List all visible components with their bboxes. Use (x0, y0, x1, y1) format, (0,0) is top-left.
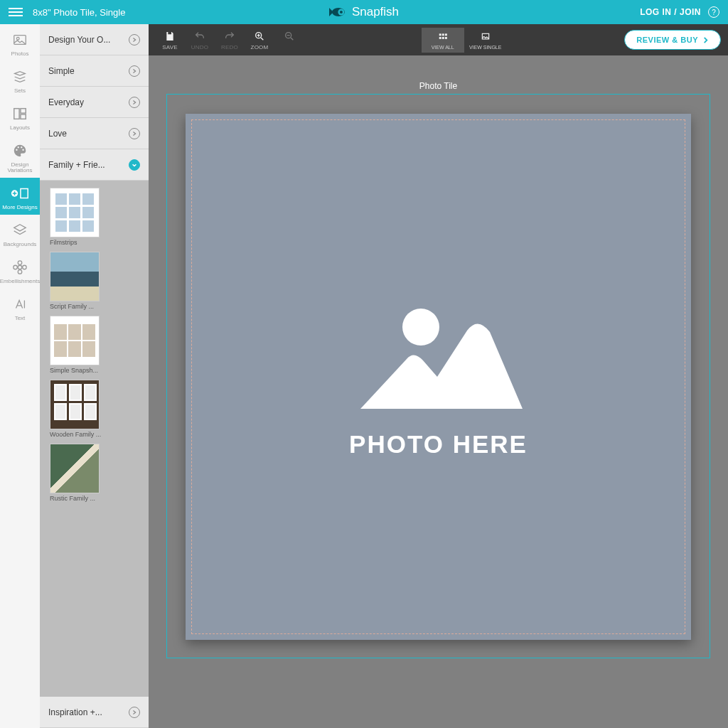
design-item-rustic-family[interactable]: Rustic Family ... (50, 444, 139, 502)
toolbar-label: SAVE (162, 44, 178, 50)
category-label: Family + Frie... (48, 160, 105, 170)
svg-point-4 (16, 37, 19, 40)
svg-rect-7 (21, 114, 26, 119)
design-item-filmstrips[interactable]: Filmstrips (50, 188, 139, 246)
photo-placeholder[interactable]: PHOTO HERE (186, 114, 691, 640)
design-name: Wooden Family ... (50, 431, 107, 438)
design-thumbnail (50, 444, 100, 493)
view-label: VIEW ALL (432, 45, 454, 50)
tool-label: Layouts (10, 125, 30, 131)
photo-placeholder-icon (353, 295, 524, 416)
photo-tile[interactable]: PHOTO HERE (186, 114, 691, 640)
svg-rect-21 (441, 37, 444, 39)
single-icon (479, 31, 492, 43)
tool-design-variations[interactable]: Design Variations (0, 135, 40, 178)
brand-logo[interactable]: Snapfish (329, 5, 399, 19)
category-design-your-own[interactable]: Design Your O... (40, 24, 149, 55)
design-thumbnail (50, 252, 100, 301)
chevron-right-icon (129, 707, 140, 718)
toolbar-label (289, 44, 290, 50)
login-join-link[interactable]: LOG IN / JOIN (640, 7, 701, 17)
brand-name: Snapfish (352, 5, 399, 19)
tool-label: Text (15, 316, 26, 321)
design-item-script-family[interactable]: Script Family ... (50, 252, 139, 310)
tool-sets[interactable]: Sets (0, 61, 40, 98)
view-label: VIEW SINGLE (469, 45, 502, 50)
svg-point-10 (18, 265, 22, 269)
tool-label: More Designs (2, 205, 37, 210)
view-all-button[interactable]: VIEW ALL (422, 28, 464, 53)
photo-placeholder-text: PHOTO HERE (349, 430, 528, 459)
zoom-button[interactable]: ZOOM (245, 30, 274, 50)
svg-rect-17 (439, 33, 441, 36)
undo-button[interactable]: UNDO (186, 30, 214, 50)
category-label: Design Your O... (48, 35, 110, 45)
chevron-down-icon (129, 159, 140, 171)
tool-label: Embellishments (0, 279, 40, 284)
tool-photos[interactable]: Photos (0, 24, 40, 61)
category-label: Everyday (48, 97, 84, 107)
category-label: Simple (48, 66, 75, 76)
design-thumbnail (50, 316, 100, 365)
canvas[interactable]: Photo Tile PHOTO HERE (149, 55, 728, 728)
tool-label: Photos (11, 51, 29, 57)
tool-more-designs[interactable]: More Designs (0, 178, 40, 215)
tool-text[interactable]: Text (0, 289, 40, 326)
product-title: 8x8" Photo Tile, Single (33, 7, 125, 18)
tool-layouts[interactable]: Layouts (0, 98, 40, 135)
toolbar-label: ZOOM (251, 44, 269, 50)
svg-point-2 (340, 11, 343, 14)
layouts-icon (10, 105, 30, 122)
redo-button[interactable]: REDO (215, 30, 244, 50)
topbar: 8x8" Photo Tile, Single Snapfish LOG IN … (0, 0, 728, 24)
category-label: Inspiration +... (48, 707, 102, 717)
svg-point-14 (23, 265, 26, 269)
save-icon (164, 30, 176, 43)
design-thumbnail (50, 380, 100, 429)
svg-rect-5 (14, 109, 19, 119)
embellishments-icon (10, 259, 30, 276)
design-item-wooden-family[interactable]: Wooden Family ... (50, 380, 139, 438)
svg-rect-20 (439, 37, 441, 39)
svg-rect-22 (445, 37, 447, 39)
zoom-icon (253, 30, 266, 43)
svg-rect-18 (441, 33, 444, 36)
tool-backgrounds[interactable]: Backgrounds (0, 215, 40, 252)
design-thumbnail (50, 188, 100, 237)
chevron-right-icon (129, 34, 140, 46)
backgrounds-icon (10, 222, 30, 239)
view-switch: VIEW ALL VIEW SINGLE (422, 28, 507, 53)
chevron-right-icon (129, 128, 140, 139)
review-buy-button[interactable]: REVIEW & BUY (624, 30, 721, 50)
undo-icon (193, 30, 206, 43)
fish-icon (329, 6, 348, 18)
category-love[interactable]: Love (40, 118, 149, 149)
category-inspiration[interactable]: Inspiration +... (40, 697, 149, 728)
category-family-friends[interactable]: Family + Frie... (40, 149, 149, 181)
zoom-out-button[interactable] (275, 30, 304, 50)
design-name: Script Family ... (50, 303, 107, 310)
review-buy-label: REVIEW & BUY (636, 36, 698, 44)
more-designs-icon (10, 185, 30, 202)
design-name: Filmstrips (50, 239, 107, 246)
view-single-button[interactable]: VIEW SINGLE (464, 28, 507, 53)
toolbar-label: REDO (221, 44, 238, 50)
chevron-right-icon (129, 97, 140, 108)
redo-icon (223, 30, 236, 43)
tool-label: Design Variations (1, 162, 38, 173)
category-simple[interactable]: Simple (40, 55, 149, 87)
canvas-title: Photo Tile (149, 81, 728, 91)
editor-toolbar: SAVE UNDO REDO ZOOM VIEW ALL (149, 24, 728, 55)
design-item-simple-snapshots[interactable]: Simple Snapsh... (50, 316, 139, 374)
sets-icon (10, 68, 30, 85)
menu-icon[interactable] (9, 5, 23, 19)
help-icon[interactable]: ? (708, 6, 719, 18)
svg-rect-19 (445, 33, 447, 36)
chevron-right-icon (702, 37, 709, 43)
tool-embellishments[interactable]: Embellishments (0, 252, 40, 289)
save-button[interactable]: SAVE (156, 30, 184, 50)
svg-point-24 (402, 309, 439, 346)
category-everyday[interactable]: Everyday (40, 87, 149, 118)
svg-point-12 (18, 270, 22, 274)
editor: SAVE UNDO REDO ZOOM VIEW ALL (149, 24, 728, 728)
